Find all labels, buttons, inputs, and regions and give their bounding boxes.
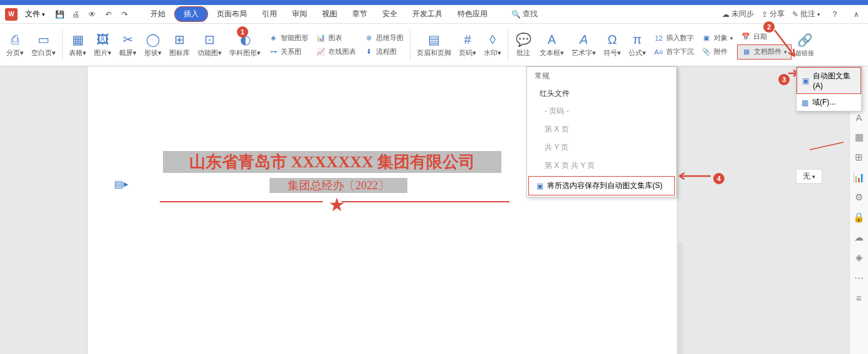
onlinechart-button[interactable]: 📈在线图表 xyxy=(312,46,360,58)
sp-cloud-icon[interactable]: ☁ xyxy=(854,232,865,243)
dd-pagexofy-item[interactable]: 第 X 页 共 Y 页 xyxy=(527,157,676,175)
dd-redhead-item[interactable]: 红头文件 xyxy=(527,85,676,102)
headerfooter-button[interactable]: ▤页眉和页脚 xyxy=(413,29,455,60)
share-icon: ⇪ xyxy=(761,10,768,19)
redo-icon[interactable]: ↷ xyxy=(119,9,130,20)
smartshape-button[interactable]: ◈智能图形 xyxy=(264,32,312,44)
blankpage-button[interactable]: ▭空白页▾ xyxy=(28,29,60,60)
search-button[interactable]: 🔍 查找 xyxy=(511,9,538,19)
doc-subtitle[interactable]: 集团总经办〔2022〕 xyxy=(269,178,407,193)
tab-start[interactable]: 开始 xyxy=(144,6,172,22)
arrow-4 xyxy=(676,172,713,180)
shape-button[interactable]: ◯形状▾ xyxy=(140,29,165,60)
docparts-submenu: ▣ 自动图文集(A) ▦ 域(F)... xyxy=(796,66,862,112)
preview-icon[interactable]: 👁 xyxy=(86,9,98,20)
dd-pagex-item[interactable]: 第 X 页 xyxy=(527,120,676,138)
cloud-icon: ☁ xyxy=(722,10,729,19)
annotate-icon: ✎ xyxy=(792,10,798,19)
file-menu[interactable]: 文件▾ xyxy=(20,8,50,21)
insertnum-button[interactable]: 12插入数字 xyxy=(650,32,698,44)
ribbon: ⎙分页▾ ▭空白页▾ ▦表格▾ 🖼图片▾ ✂截屏▾ ◯形状▾ ⊞图标库 ⊡功能图… xyxy=(0,24,868,66)
wps-logo: W xyxy=(5,8,18,21)
tab-pagelayout[interactable]: 页面布局 xyxy=(211,6,253,22)
textbox-button[interactable]: A文本框▾ xyxy=(536,29,568,60)
scrollbar-vertical[interactable] xyxy=(677,242,683,354)
none-label[interactable]: 无 ▾ xyxy=(796,169,822,184)
red-diagonal xyxy=(808,141,846,152)
doc-title[interactable]: 山东省青岛市 XXXXXXX 集团有限公司 xyxy=(163,151,501,173)
object-button[interactable]: ▣对象▾ xyxy=(698,32,737,44)
red-star-icon: ★ xyxy=(328,194,345,216)
tab-view[interactable]: 视图 xyxy=(316,6,343,22)
dd-general-header: 常规 xyxy=(527,67,676,85)
red-divider-left xyxy=(160,201,323,202)
share-button[interactable]: ⇪ 分享 xyxy=(761,9,785,19)
symbol-button[interactable]: Ω符号▾ xyxy=(600,29,625,60)
field-icon: ▦ xyxy=(802,98,808,107)
relation-button[interactable]: ⊶关系图 xyxy=(264,46,312,58)
menubar: W 文件▾ 💾 🖨 👁 ↶ ↷ 开始 插入 页面布局 引用 审阅 视图 章节 安… xyxy=(0,5,868,24)
tab-insert[interactable]: 插入 xyxy=(174,6,208,22)
sp-chart-icon[interactable]: 📊 xyxy=(854,172,865,183)
tab-devtools[interactable]: 开发工具 xyxy=(406,6,449,22)
sp-list-icon[interactable]: ≡ xyxy=(854,292,865,303)
docparts-dropdown: 常规 红头文件 - 页码 - 第 X 页 共 Y 页 第 X 页 共 Y 页 ▣… xyxy=(526,66,677,197)
pagebreak-button[interactable]: ⎙分页▾ xyxy=(3,29,28,60)
workspace: ▤▸ 山东省青岛市 XXXXXXX 集团有限公司 集团总经办〔2022〕 ★ xyxy=(0,66,849,354)
pagenum-button[interactable]: #页码▾ xyxy=(455,29,480,60)
autotext-item[interactable]: ▣ 自动图文集(A) xyxy=(797,67,861,94)
iconlib-button[interactable]: ⊞图标库 xyxy=(165,29,194,60)
picture-button[interactable]: 🖼图片▾ xyxy=(90,29,115,60)
annotation-button[interactable]: 💬批注 xyxy=(511,29,536,60)
sp-font-icon[interactable]: A xyxy=(854,112,865,123)
funcchart-button[interactable]: ⊡功能图▾ xyxy=(194,29,226,60)
save-gallery-icon: ▣ xyxy=(536,182,543,190)
tab-section[interactable]: 章节 xyxy=(346,6,374,22)
help-icon[interactable]: ? xyxy=(829,9,840,20)
chart-button[interactable]: 📊图表 xyxy=(312,32,360,44)
print-icon[interactable]: 🖨 xyxy=(70,9,81,20)
sp-grid-icon[interactable]: ⊞ xyxy=(854,152,865,163)
formula-button[interactable]: π公式▾ xyxy=(625,29,650,60)
table-button[interactable]: ▦表格▾ xyxy=(65,29,90,60)
section-icon[interactable]: ▤▸ xyxy=(114,178,128,190)
tab-security[interactable]: 安全 xyxy=(376,6,404,22)
tab-review[interactable]: 审阅 xyxy=(286,6,313,22)
field-item[interactable]: ▦ 域(F)... xyxy=(797,94,861,111)
unsync-button[interactable]: ☁ 未同步 xyxy=(722,9,754,19)
sp-layers-icon[interactable]: ◈ xyxy=(854,252,865,263)
sp-more-icon[interactable]: ⋯ xyxy=(854,272,865,283)
undo-icon[interactable]: ↶ xyxy=(103,9,114,20)
mindmap-button[interactable]: ⊕思维导图 xyxy=(360,32,407,44)
autotext-icon: ▣ xyxy=(802,76,809,85)
dropcap-button[interactable]: A≡首字下沉 xyxy=(650,46,698,58)
flowchart-button[interactable]: ⬇流程图 xyxy=(360,46,407,58)
search-icon: 🔍 xyxy=(511,10,521,19)
sp-lock-icon[interactable]: 🔒 xyxy=(854,212,865,223)
watermark-button[interactable]: ◊水印▾ xyxy=(480,29,505,60)
dd-pagenum-header: - 页码 - xyxy=(527,102,676,120)
sp-table-icon[interactable]: ▦ xyxy=(854,132,865,143)
tab-reference[interactable]: 引用 xyxy=(256,6,283,22)
sp-settings-icon[interactable]: ⚙ xyxy=(854,192,865,203)
annotate-button[interactable]: ✎ 批注▾ xyxy=(792,9,820,19)
collapse-icon[interactable]: ∧ xyxy=(850,9,862,20)
screenshot-button[interactable]: ✂截屏▾ xyxy=(115,29,140,60)
arrow-2 xyxy=(771,26,802,64)
dd-totaly-item[interactable]: 共 Y 页 xyxy=(527,138,676,157)
tab-special[interactable]: 特色应用 xyxy=(451,6,494,22)
badge-1: 1 xyxy=(237,26,248,38)
wordart-button[interactable]: A艺术字▾ xyxy=(568,29,600,60)
attachment-button[interactable]: 📎附件 xyxy=(698,46,737,58)
badge-4: 4 xyxy=(713,173,724,184)
red-divider-right xyxy=(342,201,510,202)
save-icon[interactable]: 💾 xyxy=(54,9,65,20)
dd-save-item[interactable]: ▣ 将所选内容保存到自动图文集库(S) xyxy=(528,176,675,195)
